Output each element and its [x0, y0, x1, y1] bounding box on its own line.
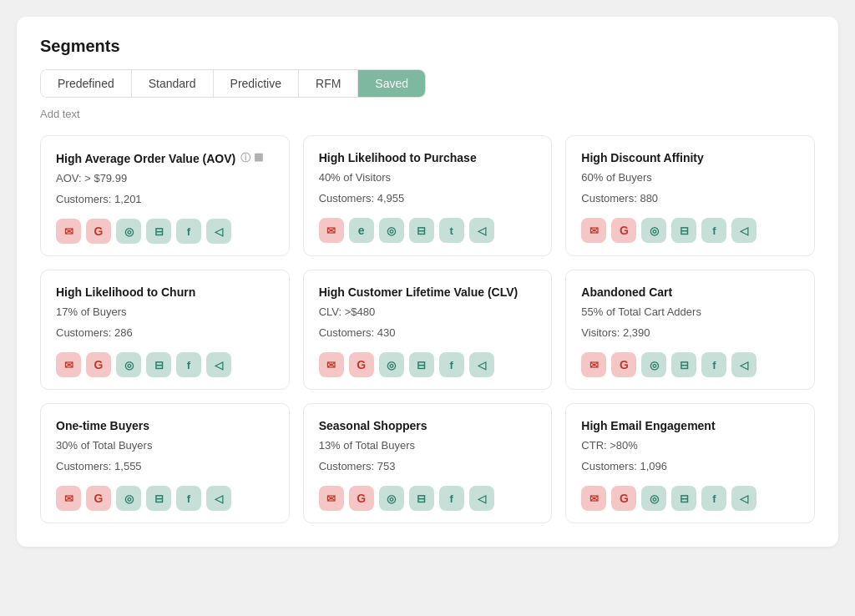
google-button[interactable]: G: [349, 486, 374, 511]
sms-button[interactable]: ⊟: [671, 352, 696, 377]
facebook-button[interactable]: f: [701, 218, 726, 243]
google-button[interactable]: e: [349, 218, 374, 243]
email-button[interactable]: ✉: [581, 352, 606, 377]
card-one-time-buyers: One-time Buyers 30% of Total Buyers Cust…: [40, 403, 290, 523]
card-subtitle: 40% of Visitors: [319, 171, 537, 184]
tab-saved[interactable]: Saved: [358, 70, 425, 97]
email-button[interactable]: ✉: [319, 486, 344, 511]
google-button[interactable]: G: [611, 218, 636, 243]
card-customers: Visitors: 2,390: [581, 326, 799, 339]
card-subtitle: AOV: > $79.99: [56, 172, 274, 184]
google-button[interactable]: G: [611, 352, 636, 377]
sms-button[interactable]: ⊟: [671, 218, 696, 243]
app-container: Segments Predefined Standard Predictive …: [0, 0, 855, 616]
tab-rfm[interactable]: RFM: [299, 70, 358, 97]
email-button[interactable]: ✉: [319, 352, 344, 377]
email-button[interactable]: ✉: [56, 352, 81, 377]
card-title: Seasonal Shoppers: [319, 419, 537, 432]
card-title: High Likelihood to Churn: [56, 285, 274, 299]
card-actions: ✉ G ◎ ⊟ f ◁: [56, 486, 274, 511]
card-title: High Customer Lifetime Value (CLV): [319, 285, 537, 299]
ads-button[interactable]: ◁: [469, 218, 494, 243]
card-subtitle: 30% of Total Buyers: [56, 439, 274, 452]
card-actions: ✉ e ◎ ⊟ t ◁: [319, 218, 537, 243]
ads-button[interactable]: ◁: [206, 352, 231, 377]
card-customers: Customers: 880: [581, 192, 799, 204]
sms-button[interactable]: ⊟: [146, 219, 171, 244]
whatsapp-button[interactable]: ◎: [379, 218, 404, 243]
card-high-clv: High Customer Lifetime Value (CLV) CLV: …: [303, 270, 553, 390]
facebook-button[interactable]: t: [439, 218, 464, 243]
google-button[interactable]: G: [611, 486, 636, 511]
info-icon: ⓘ: [240, 151, 250, 165]
main-panel: Segments Predefined Standard Predictive …: [17, 17, 838, 547]
facebook-button[interactable]: f: [439, 486, 464, 511]
facebook-button[interactable]: f: [176, 219, 201, 244]
card-customers: Customers: 1,201: [56, 193, 274, 205]
tab-standard[interactable]: Standard: [132, 70, 214, 97]
card-subtitle: CLV: >$480: [319, 305, 537, 318]
whatsapp-button[interactable]: ◎: [116, 486, 141, 511]
facebook-button[interactable]: f: [176, 352, 201, 377]
google-button[interactable]: G: [86, 352, 111, 377]
email-button[interactable]: ✉: [581, 218, 606, 243]
card-title: Abandoned Cart: [581, 285, 799, 299]
card-title: One-time Buyers: [56, 419, 274, 432]
card-high-email-engagement: High Email Engagement CTR: >80% Customer…: [565, 403, 815, 523]
facebook-button[interactable]: f: [701, 352, 726, 377]
email-button[interactable]: ✉: [319, 218, 344, 243]
ads-button[interactable]: ◁: [469, 352, 494, 377]
card-actions: ✉ G ◎ ⊟ f ◁: [319, 486, 537, 511]
facebook-button[interactable]: f: [439, 352, 464, 377]
ads-button[interactable]: ◁: [731, 486, 756, 511]
whatsapp-button[interactable]: ◎: [641, 218, 666, 243]
ads-button[interactable]: ◁: [731, 352, 756, 377]
card-title: High Email Engagement: [581, 419, 799, 432]
tab-predictive[interactable]: Predictive: [214, 70, 299, 97]
whatsapp-button[interactable]: ◎: [641, 486, 666, 511]
card-abandoned-cart: Abandoned Cart 55% of Total Cart Adders …: [565, 270, 815, 390]
tab-predefined[interactable]: Predefined: [41, 70, 132, 97]
google-button[interactable]: G: [349, 352, 374, 377]
sms-button[interactable]: ⊟: [409, 486, 434, 511]
card-subtitle: 55% of Total Cart Adders: [581, 305, 799, 318]
card-high-likelihood-purchase: High Likelihood to Purchase 40% of Visit…: [303, 135, 553, 256]
card-subtitle: CTR: >80%: [581, 439, 799, 452]
email-button[interactable]: ✉: [56, 219, 81, 244]
google-button[interactable]: G: [86, 486, 111, 511]
ads-button[interactable]: ◁: [206, 219, 231, 244]
ads-button[interactable]: ◁: [731, 218, 756, 243]
card-high-likelihood-churn: High Likelihood to Churn 17% of Buyers C…: [40, 270, 290, 390]
facebook-button[interactable]: f: [701, 486, 726, 511]
whatsapp-button[interactable]: ◎: [641, 352, 666, 377]
card-customers: Customers: 430: [319, 326, 537, 339]
whatsapp-button[interactable]: ◎: [379, 486, 404, 511]
card-customers: Customers: 753: [319, 460, 537, 472]
email-button[interactable]: ✉: [56, 486, 81, 511]
card-subtitle: 60% of Buyers: [581, 171, 799, 184]
sms-button[interactable]: ⊟: [671, 486, 696, 511]
email-button[interactable]: ✉: [581, 486, 606, 511]
sms-button[interactable]: ⊟: [409, 352, 434, 377]
card-customers: Customers: 286: [56, 326, 274, 339]
add-text-label[interactable]: Add text: [40, 108, 815, 120]
whatsapp-button[interactable]: ◎: [379, 352, 404, 377]
card-actions: ✉ G ◎ ⊟ f ◁: [581, 352, 799, 377]
facebook-button[interactable]: f: [176, 486, 201, 511]
ads-button[interactable]: ◁: [206, 486, 231, 511]
whatsapp-button[interactable]: ◎: [116, 352, 141, 377]
sms-button[interactable]: ⊟: [409, 218, 434, 243]
sms-button[interactable]: ⊟: [146, 352, 171, 377]
cards-grid: High Average Order Value (AOV) ⓘ ▦ AOV: …: [40, 135, 815, 523]
card-actions: ✉ G ◎ ⊟ f ◁: [56, 352, 274, 377]
ads-button[interactable]: ◁: [469, 486, 494, 511]
whatsapp-button[interactable]: ◎: [116, 219, 141, 244]
google-button[interactable]: G: [86, 219, 111, 244]
card-customers: Customers: 1,555: [56, 460, 274, 472]
edit-icon: ▦: [254, 151, 263, 165]
sms-button[interactable]: ⊟: [146, 486, 171, 511]
card-subtitle: 17% of Buyers: [56, 305, 274, 318]
card-seasonal-shoppers: Seasonal Shoppers 13% of Total Buyers Cu…: [303, 403, 553, 523]
tab-bar: Predefined Standard Predictive RFM Saved: [40, 69, 426, 98]
card-title: High Likelihood to Purchase: [319, 151, 537, 164]
